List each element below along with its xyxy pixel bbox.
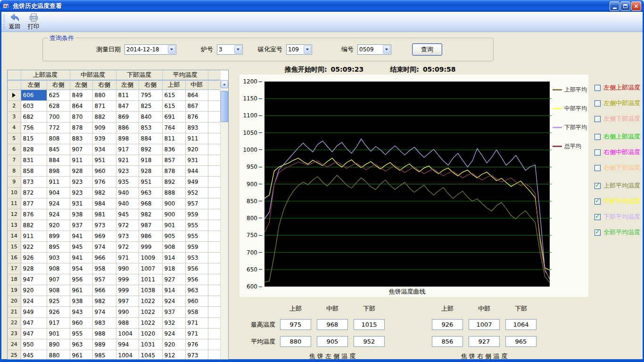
search-button[interactable]: 查询 [412, 43, 442, 56]
table-cell[interactable]: 884 [139, 133, 162, 144]
table-cell[interactable]: 938 [70, 209, 92, 220]
table-cell[interactable]: 984 [92, 198, 116, 209]
table-cell[interactable]: 988 [116, 317, 139, 328]
summary-value-box[interactable]: 926 [432, 319, 463, 330]
table-cell[interactable]: 945 [70, 241, 92, 252]
table-cell[interactable]: 628 [47, 100, 70, 111]
table-cell[interactable]: 917 [116, 144, 139, 155]
table-cell[interactable]: 914 [162, 252, 185, 263]
col-header[interactable]: 左侧 [70, 80, 92, 90]
chamber-combobox[interactable]: 109 [286, 44, 312, 55]
table-cell[interactable]: 890 [47, 339, 70, 350]
table-cell[interactable]: 982 [139, 209, 162, 220]
table-cell[interactable]: 953 [185, 252, 208, 263]
table-cell[interactable]: 971 [116, 252, 139, 263]
table-cell[interactable]: 907 [47, 274, 70, 285]
table-cell[interactable]: 937 [162, 306, 185, 317]
table-cell[interactable]: 927 [162, 274, 185, 285]
series-checkbox-item[interactable]: 右侧上部温度 [594, 133, 644, 140]
row-header[interactable]: 19 [8, 285, 21, 296]
row-header[interactable]: 6 [8, 144, 21, 155]
table-cell[interactable]: 969 [92, 230, 116, 241]
table-cell[interactable]: 955 [185, 230, 208, 241]
row-header[interactable]: 22 [8, 317, 21, 328]
table-cell[interactable]: 1009 [139, 252, 162, 263]
table-cell[interactable]: 923 [70, 187, 92, 198]
table-cell[interactable]: 877 [21, 198, 47, 209]
table-cell[interactable]: 972 [116, 241, 139, 252]
table-cell[interactable]: 918 [162, 263, 185, 274]
table-cell[interactable]: 1031 [139, 339, 162, 350]
table-cell[interactable]: 908 [47, 263, 70, 274]
table-cell[interactable]: 920 [185, 144, 208, 155]
table-cell[interactable]: 876 [21, 209, 47, 220]
col-header[interactable]: 右侧 [139, 80, 162, 90]
table-cell[interactable]: 940 [116, 198, 139, 209]
table-cell[interactable]: 845 [47, 144, 70, 155]
table-cell[interactable]: 961 [70, 350, 92, 360]
table-cell[interactable]: 968 [139, 198, 162, 209]
table-cell[interactable]: 928 [139, 165, 162, 176]
chamber-dropdown-icon[interactable] [304, 45, 311, 54]
table-cell[interactable]: 905 [162, 230, 185, 241]
table-cell[interactable]: 772 [47, 122, 70, 133]
table-cell[interactable]: 847 [116, 100, 139, 111]
table-cell[interactable]: 911 [185, 133, 208, 144]
series-checkbox-item[interactable]: 右侧中部温度 [594, 148, 644, 156]
table-cell[interactable]: 923 [116, 165, 139, 176]
table-cell[interactable]: 941 [70, 230, 92, 241]
table-cell[interactable]: 888 [162, 187, 185, 198]
table-cell[interactable]: 867 [185, 100, 208, 111]
table-scrollbar[interactable] [220, 80, 228, 359]
col-header[interactable]: 右侧 [47, 80, 70, 90]
col-header[interactable]: 上部 [162, 80, 185, 90]
table-cell[interactable]: 892 [139, 144, 162, 155]
table-cell[interactable]: 987 [139, 220, 162, 230]
table-cell[interactable]: 893 [185, 122, 208, 133]
minimize-button[interactable] [610, 1, 619, 11]
table-cell[interactable]: 811 [116, 90, 139, 100]
summary-value-box[interactable]: 1007 [469, 319, 500, 330]
table-cell[interactable]: 983 [92, 317, 116, 328]
table-cell[interactable]: 876 [185, 111, 208, 122]
row-header[interactable]: 24 [8, 339, 21, 350]
row-header[interactable]: 17 [8, 263, 21, 274]
furnace-dropdown-icon[interactable] [234, 45, 242, 54]
table-cell[interactable]: 898 [47, 165, 70, 176]
table-cell[interactable]: 957 [92, 274, 116, 285]
table-cell[interactable]: 883 [70, 133, 92, 144]
row-header[interactable]: 15 [8, 241, 21, 252]
table-cell[interactable]: 947 [21, 274, 47, 285]
table-cell[interactable]: 963 [139, 187, 162, 198]
table-cell[interactable]: 882 [21, 220, 47, 230]
table-cell[interactable]: 956 [70, 274, 92, 285]
summary-value-box[interactable]: 905 [317, 336, 348, 347]
table-cell[interactable]: 949 [185, 176, 208, 187]
table-cell[interactable]: 922 [21, 241, 47, 252]
row-header[interactable]: 12 [8, 209, 21, 220]
row-header[interactable]: 8 [8, 165, 21, 176]
table-cell[interactable]: 615 [162, 90, 185, 100]
table-cell[interactable]: 999 [116, 285, 139, 296]
summary-value-box[interactable]: 1015 [354, 319, 385, 330]
series-checkbox-item[interactable]: ✓上部平均温度 [594, 182, 644, 189]
table-cell[interactable]: 950 [21, 339, 47, 350]
row-header[interactable]: 5 [8, 133, 21, 144]
table-cell[interactable]: 999 [116, 274, 139, 285]
table-cell[interactable]: 898 [116, 133, 139, 144]
table-cell[interactable]: 1022 [139, 306, 162, 317]
table-cell[interactable]: 901 [162, 220, 185, 230]
table-cell[interactable]: 917 [47, 317, 70, 328]
table-cell[interactable]: 840 [139, 111, 162, 122]
table-cell[interactable]: 1004 [116, 328, 139, 339]
table-cell[interactable]: 869 [116, 111, 139, 122]
table-cell[interactable]: 808 [47, 133, 70, 144]
series-checkbox-item[interactable]: 左侧上部温度 [594, 84, 644, 91]
summary-value-box[interactable]: 968 [317, 319, 348, 330]
table-cell[interactable]: 934 [92, 144, 116, 155]
table-cell[interactable]: 955 [70, 328, 92, 339]
summary-value-box[interactable]: 856 [432, 336, 463, 347]
table-cell[interactable]: 1007 [139, 263, 162, 274]
col-header[interactable]: 左侧 [21, 80, 47, 90]
table-cell[interactable]: 973 [116, 230, 139, 241]
